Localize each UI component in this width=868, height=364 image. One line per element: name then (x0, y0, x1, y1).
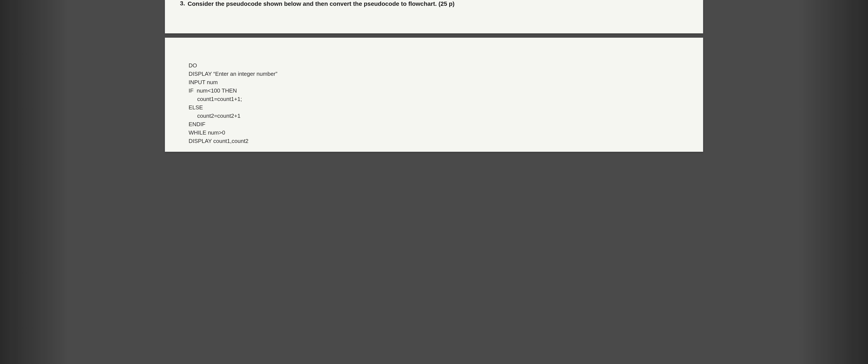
document-page-lower: DO DISPLAY “Enter an integer number” INP… (165, 38, 703, 152)
code-line: DISPLAY “Enter an integer number” (189, 70, 692, 78)
code-line: count2=count2+1 (189, 112, 692, 120)
pseudocode-block: DO DISPLAY “Enter an integer number” INP… (176, 61, 692, 145)
code-line: DO (189, 61, 692, 70)
document-page-upper: 3. Consider the pseudocode shown below a… (165, 0, 703, 33)
code-line: WHILE num>0 (189, 128, 692, 137)
code-line: count1=count1+1; (189, 95, 692, 103)
question-number: 3. (180, 0, 185, 7)
code-line: INPUT num (189, 78, 692, 87)
code-line: ENDIF (189, 120, 692, 128)
question-text: Consider the pseudocode shown below and … (187, 0, 455, 7)
code-line: ELSE (189, 103, 692, 112)
code-line: DISPLAY count1,count2 (189, 137, 692, 145)
question-block: 3. Consider the pseudocode shown below a… (176, 0, 692, 7)
page-container: 3. Consider the pseudocode shown below a… (0, 0, 868, 152)
code-line: IF num<100 THEN (189, 87, 692, 95)
